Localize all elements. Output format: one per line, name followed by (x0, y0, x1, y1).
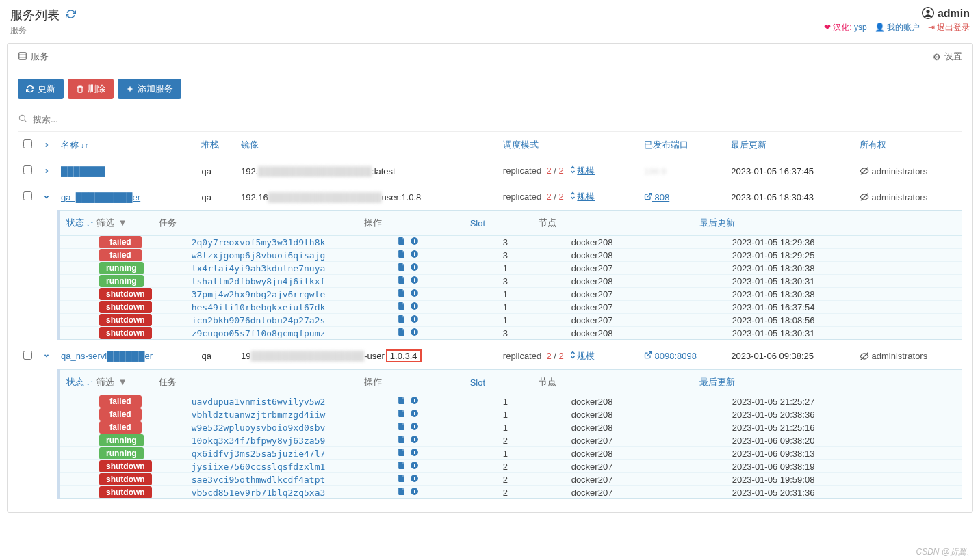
file-icon[interactable] (397, 409, 406, 420)
info-icon[interactable]: i (410, 474, 419, 485)
task-link[interactable]: hes49ili10rbebqkxeiul67dk (192, 302, 326, 312)
file-icon[interactable] (397, 237, 406, 248)
username: admin (938, 8, 970, 19)
info-icon[interactable]: i (410, 276, 419, 286)
scale-icon[interactable] (569, 165, 577, 176)
info-icon[interactable]: i (410, 289, 419, 299)
subcol-node[interactable]: 节点 (532, 211, 693, 236)
info-icon[interactable]: i (410, 396, 419, 407)
port-link[interactable]: 8098:8098 (644, 351, 697, 361)
task-link[interactable]: z9cuqoo05s7f10o8gcmqfpumz (192, 328, 326, 338)
file-icon[interactable] (397, 396, 406, 407)
delete-button[interactable]: 删除 (68, 79, 114, 99)
task-link[interactable]: qx6idfvj3ms25sa5juzie47l7 (192, 449, 326, 459)
subcol-node[interactable]: 节点 (532, 370, 693, 395)
task-link[interactable]: 2q0y7reoxvof5my3w31d9th8k (192, 237, 326, 248)
service-checkbox[interactable] (23, 191, 32, 200)
expand-toggle[interactable] (38, 343, 55, 369)
file-icon[interactable] (397, 263, 406, 274)
task-link[interactable]: tshattm2dfbbwy8jn4j6ilkxf (192, 276, 326, 286)
ports-cell: 808 (639, 184, 725, 210)
task-link[interactable]: jysiixe7560ccsslqsfdzxlm1 (192, 462, 326, 472)
add-service-button[interactable]: 添加服务 (118, 79, 181, 99)
service-name-link[interactable]: qa_ns-servi██████er (61, 351, 153, 361)
subcol-task[interactable]: 任务 (152, 370, 357, 395)
file-icon[interactable] (397, 289, 406, 299)
port-link[interactable]: 808 (644, 192, 669, 202)
info-icon[interactable]: i (410, 409, 419, 420)
task-link[interactable]: w9e532wpluoysvboio9xd0sbv (192, 423, 326, 433)
col-stack[interactable]: 堆栈 (196, 132, 235, 158)
file-icon[interactable] (397, 474, 406, 485)
scale-link[interactable]: 规模 (577, 351, 595, 361)
task-link[interactable]: vb5cd851ev9rb71blq2zq5xa3 (192, 488, 326, 498)
file-icon[interactable] (397, 276, 406, 286)
refresh-icon[interactable] (66, 11, 76, 21)
info-icon[interactable]: i (410, 302, 419, 312)
col-sched[interactable]: 调度模式 (498, 132, 639, 158)
select-all-checkbox[interactable] (23, 139, 32, 148)
subcol-slot[interactable]: Slot (463, 211, 532, 236)
my-account-link[interactable]: 👤 我的账户 (875, 23, 920, 32)
file-icon[interactable] (397, 250, 406, 261)
task-link[interactable]: 37pmj4w2hx9nbg2ajv6rrgwte (192, 289, 326, 299)
expand-toggle[interactable] (38, 158, 55, 184)
service-name-link[interactable]: qa_█████████er (61, 192, 140, 202)
file-icon[interactable] (397, 328, 406, 338)
subcol-updated[interactable]: 最后更新 (693, 370, 962, 395)
task-link[interactable]: uavdupua1vnmist6wvilyv5w2 (192, 397, 326, 407)
task-row: failed uavdupua1vnmist6wvilyv5w2 i 1 doc… (59, 395, 962, 408)
task-link[interactable]: 10okq3x34f7bfpwy8vj63za59 (192, 436, 326, 446)
subcol-status[interactable]: 状态↓↑ 筛选▼ (59, 211, 152, 236)
info-icon[interactable]: i (410, 487, 419, 498)
file-icon[interactable] (397, 315, 406, 325)
task-link[interactable]: icn2bkh9076dnlobu24p27a2s (192, 315, 326, 325)
expand-all-toggle[interactable] (38, 132, 55, 158)
slot-cell: 1 (463, 314, 532, 327)
subcol-status[interactable]: 状态↓↑ 筛选▼ (59, 370, 152, 395)
info-icon[interactable]: i (410, 448, 419, 459)
file-icon[interactable] (397, 422, 406, 433)
scale-link[interactable]: 规模 (577, 165, 595, 176)
info-icon[interactable]: i (410, 237, 419, 248)
file-icon[interactable] (397, 435, 406, 446)
info-icon[interactable]: i (410, 315, 419, 325)
col-image[interactable]: 镜像 (235, 132, 498, 158)
info-icon[interactable]: i (410, 422, 419, 433)
subcol-updated[interactable]: 最后更新 (693, 211, 962, 236)
service-checkbox[interactable] (23, 165, 32, 174)
info-icon[interactable]: i (410, 250, 419, 261)
logout-link[interactable]: ⇥ 退出登录 (928, 23, 970, 32)
col-owner[interactable]: 所有权 (854, 132, 962, 158)
task-link[interactable]: w8lzxjgomp6j8vbuoi6qisajg (192, 250, 326, 261)
task-link[interactable]: lx4rlai4yi9ah3kdulne7nuya (192, 263, 326, 274)
info-icon[interactable]: i (410, 328, 419, 338)
subcol-task[interactable]: 任务 (152, 211, 357, 236)
task-updated-cell: 2023-01-05 18:30:31 (693, 275, 962, 288)
subcol-slot[interactable]: Slot (463, 370, 532, 395)
task-link[interactable]: sae3vci95othmwdlkcdf4atpt (192, 475, 326, 485)
filter-icon[interactable]: ▼ (118, 377, 127, 387)
service-name-link[interactable]: ███████ (61, 166, 105, 176)
scale-icon[interactable] (569, 191, 577, 202)
scale-link[interactable]: 规模 (577, 191, 595, 202)
node-cell: docker208 (532, 236, 693, 249)
scale-icon[interactable] (569, 351, 577, 361)
filter-icon[interactable]: ▼ (118, 217, 127, 228)
search-input[interactable] (27, 111, 962, 127)
file-icon[interactable] (397, 487, 406, 498)
settings-link[interactable]: ⚙ 设置 (933, 51, 962, 63)
col-ports[interactable]: 已发布端口 (639, 132, 725, 158)
expand-toggle[interactable] (38, 184, 55, 210)
info-icon[interactable]: i (410, 263, 419, 274)
col-name[interactable]: 名称↓↑ (55, 132, 196, 158)
info-icon[interactable]: i (410, 461, 419, 472)
col-updated[interactable]: 最后更新 (725, 132, 853, 158)
file-icon[interactable] (397, 461, 406, 472)
service-checkbox[interactable] (23, 351, 32, 360)
file-icon[interactable] (397, 448, 406, 459)
info-icon[interactable]: i (410, 435, 419, 446)
file-icon[interactable] (397, 302, 406, 312)
update-button[interactable]: 更新 (18, 79, 64, 99)
task-link[interactable]: vbhldztuanwzjtrbmmzgd4iiw (192, 410, 326, 420)
